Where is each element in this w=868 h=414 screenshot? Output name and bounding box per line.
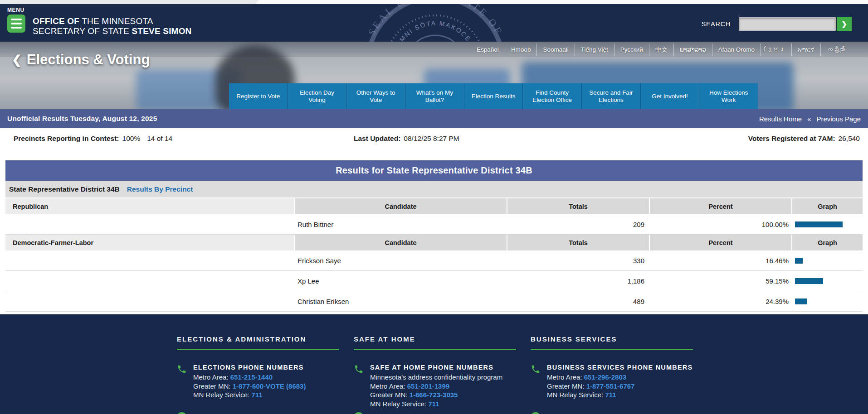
result-bar	[795, 258, 803, 264]
footer-section-body: ELECTIONS PHONE NUMBERSMetro Area: 651-2…	[193, 364, 306, 400]
page-title-text: Elections & Voting	[27, 52, 150, 68]
phone-link[interactable]: 651-296-2803	[584, 373, 626, 381]
language-link[interactable]: 中文	[649, 43, 673, 56]
phone-link[interactable]: 711	[428, 400, 439, 408]
nav-item[interactable]: Find County Election Office	[522, 83, 581, 109]
phone-line: MN Relay Service: 711	[193, 390, 306, 400]
info-bar: Precincts Reporting in Contest:100%14 of…	[0, 128, 868, 149]
language-link[interactable]: ကညီကျိာ်	[820, 43, 851, 56]
candidate-total: 1,186	[507, 271, 649, 291]
phone-section-title: ELECTIONS PHONE NUMBERS	[193, 364, 306, 371]
phone-label: Metro Area:	[547, 373, 584, 381]
candidate-graph-cell	[791, 250, 863, 270]
phone-link[interactable]: 711	[251, 391, 262, 399]
language-link[interactable]: Afaan Oromo	[712, 43, 761, 56]
phone-section-note: Minnesota's address confidentiality prog…	[370, 373, 502, 382]
party-name: Democratic-Farmer-Labor	[5, 235, 294, 250]
page-title: ❮ Elections & Voting	[12, 52, 150, 68]
phone-link[interactable]: 1-877-600-VOTE (8683)	[233, 382, 306, 390]
results-home-link[interactable]: Results Home	[759, 115, 802, 123]
phone-section-title: SAFE AT HOME PHONE NUMBERS	[370, 364, 502, 371]
double-chevron-icon: «	[807, 115, 811, 123]
phone-link[interactable]: 1-877-551-6767	[586, 382, 635, 390]
search-input[interactable]	[739, 17, 836, 31]
candidate-name: Xp Lee	[294, 271, 507, 291]
hamburger-menu-button[interactable]	[7, 14, 25, 33]
party-header-row: Democratic-Farmer-LaborCandidateTotalsPe…	[5, 235, 863, 250]
nav-item[interactable]: Register to Vote	[229, 83, 288, 109]
phone-label: Metro Area:	[193, 373, 230, 381]
candidate-percent: 16.46%	[649, 250, 791, 270]
back-chevron-icon[interactable]: ❮	[12, 53, 22, 67]
candidate-row: Erickson Saye33016.46%	[5, 250, 863, 271]
empty-party-cell	[5, 250, 294, 270]
office-of: OFFICE OF	[33, 16, 79, 26]
phone-label: Greater MN:	[547, 382, 586, 390]
menu-area: MENU	[7, 7, 25, 33]
column-header: Percent	[649, 198, 791, 214]
candidate-name: Erickson Saye	[294, 250, 507, 270]
footer-section-body: SAFE AT HOME PHONE NUMBERSMinnesota's ad…	[370, 364, 502, 408]
search-label: SEARCH	[702, 20, 731, 28]
nav-item[interactable]: What's on My Ballot?	[405, 83, 464, 109]
candidate-row: Christian Eriksen48924.39%	[5, 291, 863, 312]
column-header: Percent	[649, 235, 791, 250]
language-link[interactable]: ខ្មែរ	[761, 43, 791, 56]
column-header: Totals	[507, 235, 649, 250]
cutoff-green-icon	[531, 412, 541, 414]
nav-item[interactable]: Secure and Fair Elections	[581, 83, 640, 109]
phone-icon	[354, 364, 364, 408]
phone-link[interactable]: 651-215-1440	[230, 373, 273, 381]
footer-heading: SAFE AT HOME	[354, 335, 517, 343]
phone-label: MN Relay Service:	[193, 391, 251, 399]
footer-green-underline	[531, 349, 693, 350]
language-link[interactable]: Hmoob	[505, 43, 537, 56]
empty-party-cell	[5, 214, 294, 234]
nav-item[interactable]: Get Involved!	[640, 83, 699, 109]
column-header: Candidate	[294, 198, 507, 214]
nav-item[interactable]: How Elections Work	[699, 83, 758, 109]
footer-column: BUSINESS SERVICESBUSINESS SERVICES PHONE…	[531, 335, 707, 414]
language-link[interactable]: አማርኛ	[791, 43, 820, 56]
empty-party-cell	[5, 291, 294, 311]
phone-link[interactable]: 711	[605, 391, 616, 399]
empty-party-cell	[5, 271, 294, 291]
language-link[interactable]: Tiếng Việt	[575, 43, 614, 56]
party-header-row: RepublicanCandidateTotalsPercentGraph	[5, 198, 863, 214]
candidate-total: 209	[507, 214, 649, 234]
phone-label: Greater MN:	[370, 391, 410, 399]
state-seal: SEAL OF THE STATE OF MNI SÓTA MAKOCE	[315, 4, 556, 42]
nav-item[interactable]: Election Results	[464, 83, 523, 109]
menu-label: MENU	[7, 7, 25, 13]
phone-label: MN Relay Service:	[547, 391, 605, 399]
language-link[interactable]: ພາສາລາວ	[673, 43, 712, 56]
results-status-bar: Unofficial Results Tuesday, August 12, 2…	[0, 109, 868, 128]
candidate-percent: 24.39%	[649, 291, 791, 311]
candidate-percent: 100.00%	[649, 214, 791, 234]
previous-page-link[interactable]: Previous Page	[816, 115, 861, 123]
phone-label: MN Relay Service:	[370, 400, 428, 408]
language-link[interactable]: Soomaali	[536, 43, 574, 56]
cutoff-green-icon	[177, 412, 187, 414]
secretary-of-state: SECRETARY OF STATE	[33, 26, 129, 36]
search-submit-button[interactable]: ❯	[837, 17, 852, 31]
results-by-precinct-link[interactable]: Results By Precinct	[127, 185, 193, 193]
candidate-graph-cell	[791, 271, 863, 291]
column-header: Graph	[791, 235, 863, 250]
phone-link[interactable]: 1-866-723-3035	[410, 391, 458, 399]
candidate-name: Christian Eriksen	[294, 291, 507, 311]
search-area: SEARCH ❯	[702, 17, 852, 31]
candidate-row: Ruth Bittner209100.00%	[5, 214, 863, 235]
phone-line: Metro Area: 651-201-1399	[370, 382, 502, 391]
language-link[interactable]: Русский	[614, 43, 649, 56]
nav-item[interactable]: Other Ways to Vote	[346, 83, 405, 109]
footer: ELECTIONS & ADMINISTRATIONELECTIONS PHON…	[0, 314, 868, 414]
footer-heading: BUSINESS SERVICES	[531, 335, 694, 343]
site-title: OFFICE OF THE MINNESOTA SECRETARY OF STA…	[33, 16, 192, 36]
search-box: ❯	[739, 17, 852, 31]
site-header: SEAL OF THE STATE OF MNI SÓTA MAKOCE MEN…	[0, 4, 868, 42]
nav-item[interactable]: Election Day Voting	[288, 83, 346, 109]
cutoff-green-icon	[354, 412, 364, 414]
language-link[interactable]: Español	[471, 43, 505, 56]
phone-link[interactable]: 651-201-1399	[407, 382, 449, 390]
